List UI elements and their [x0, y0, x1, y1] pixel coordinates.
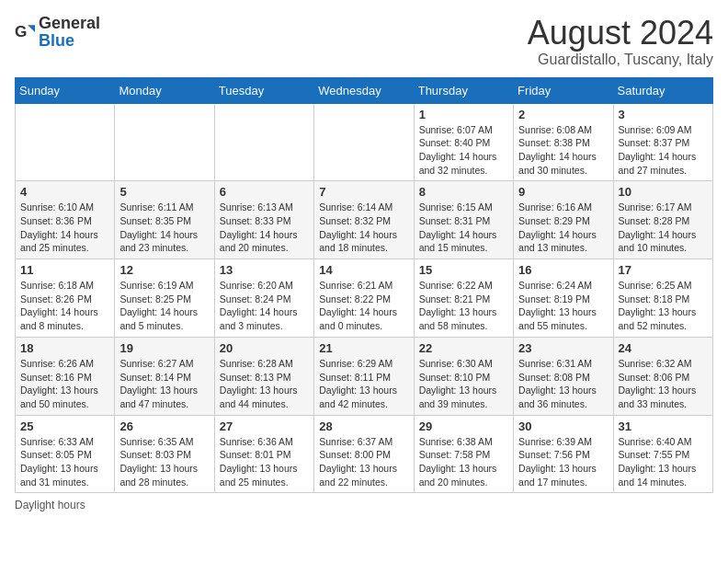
day-number: 13: [220, 263, 309, 277]
day-number: 26: [119, 419, 209, 433]
calendar-cell: 10Sunrise: 6:17 AMSunset: 8:28 PMDayligh…: [613, 181, 712, 259]
page-subtitle: Guardistallo, Tuscany, Italy: [528, 52, 713, 68]
calendar-header-row: SundayMondayTuesdayWednesdayThursdayFrid…: [16, 77, 713, 103]
calendar-cell: 2Sunrise: 6:08 AMSunset: 8:38 PMDaylight…: [514, 103, 613, 181]
calendar-cell: [115, 103, 214, 181]
day-number: 19: [119, 341, 209, 355]
day-number: 5: [119, 185, 209, 199]
calendar-cell: 29Sunrise: 6:38 AMSunset: 7:58 PMDayligh…: [414, 415, 513, 493]
calendar-cell: 27Sunrise: 6:36 AMSunset: 8:01 PMDayligh…: [214, 415, 313, 493]
day-number: 30: [518, 419, 608, 433]
day-info: Sunrise: 6:18 AMSunset: 8:26 PMDaylight:…: [20, 279, 109, 333]
svg-marker-1: [28, 25, 35, 32]
day-number: 1: [419, 108, 508, 121]
calendar-cell: 19Sunrise: 6:27 AMSunset: 8:14 PMDayligh…: [115, 337, 214, 415]
header-saturday: Saturday: [613, 77, 712, 103]
header-monday: Monday: [115, 77, 214, 103]
calendar-cell: 4Sunrise: 6:10 AMSunset: 8:36 PMDaylight…: [16, 181, 115, 259]
footer-note: Daylight hours: [15, 499, 713, 511]
day-info: Sunrise: 6:07 AMSunset: 8:40 PMDaylight:…: [419, 123, 508, 178]
calendar-cell: 3Sunrise: 6:09 AMSunset: 8:37 PMDaylight…: [613, 103, 712, 181]
calendar-cell: 21Sunrise: 6:29 AMSunset: 8:11 PMDayligh…: [314, 337, 414, 415]
day-number: 29: [419, 419, 508, 433]
header-thursday: Thursday: [414, 77, 513, 103]
calendar-cell: 5Sunrise: 6:11 AMSunset: 8:35 PMDaylight…: [115, 181, 214, 259]
calendar-cell: 31Sunrise: 6:40 AMSunset: 7:55 PMDayligh…: [613, 415, 712, 493]
day-number: 18: [20, 341, 109, 355]
day-info: Sunrise: 6:24 AMSunset: 8:19 PMDaylight:…: [518, 279, 608, 333]
header-sunday: Sunday: [16, 77, 115, 103]
calendar-cell: [16, 103, 115, 181]
day-number: 8: [419, 185, 508, 199]
calendar-cell: 17Sunrise: 6:25 AMSunset: 8:18 PMDayligh…: [613, 259, 712, 338]
calendar-cell: 15Sunrise: 6:22 AMSunset: 8:21 PMDayligh…: [414, 259, 513, 338]
day-info: Sunrise: 6:13 AMSunset: 8:33 PMDaylight:…: [220, 201, 309, 255]
calendar-cell: [214, 103, 313, 181]
day-info: Sunrise: 6:31 AMSunset: 8:08 PMDaylight:…: [518, 357, 608, 411]
day-info: Sunrise: 6:35 AMSunset: 8:03 PMDaylight:…: [119, 435, 209, 489]
day-number: 17: [619, 263, 708, 277]
day-info: Sunrise: 6:28 AMSunset: 8:13 PMDaylight:…: [220, 357, 309, 411]
day-info: Sunrise: 6:16 AMSunset: 8:29 PMDaylight:…: [518, 201, 608, 255]
week-row-5: 25Sunrise: 6:33 AMSunset: 8:05 PMDayligh…: [16, 415, 713, 493]
day-info: Sunrise: 6:17 AMSunset: 8:28 PMDaylight:…: [619, 201, 708, 255]
week-row-1: 1Sunrise: 6:07 AMSunset: 8:40 PMDaylight…: [16, 103, 713, 181]
calendar-cell: 8Sunrise: 6:15 AMSunset: 8:31 PMDaylight…: [414, 181, 513, 259]
day-info: Sunrise: 6:30 AMSunset: 8:10 PMDaylight:…: [419, 357, 508, 411]
day-info: Sunrise: 6:40 AMSunset: 7:55 PMDaylight:…: [619, 435, 708, 489]
day-info: Sunrise: 6:39 AMSunset: 7:56 PMDaylight:…: [518, 435, 608, 489]
logo: G General Blue: [15, 15, 100, 50]
day-info: Sunrise: 6:11 AMSunset: 8:35 PMDaylight:…: [119, 201, 209, 255]
calendar-cell: 9Sunrise: 6:16 AMSunset: 8:29 PMDaylight…: [514, 181, 613, 259]
day-info: Sunrise: 6:08 AMSunset: 8:38 PMDaylight:…: [518, 123, 608, 178]
day-info: Sunrise: 6:09 AMSunset: 8:37 PMDaylight:…: [619, 123, 708, 178]
calendar-cell: 25Sunrise: 6:33 AMSunset: 8:05 PMDayligh…: [16, 415, 115, 493]
day-number: 23: [518, 341, 608, 355]
calendar-cell: [314, 103, 414, 181]
calendar-cell: 14Sunrise: 6:21 AMSunset: 8:22 PMDayligh…: [314, 259, 414, 338]
day-number: 24: [619, 341, 708, 355]
day-info: Sunrise: 6:32 AMSunset: 8:06 PMDaylight:…: [619, 357, 708, 411]
day-number: 10: [619, 185, 708, 199]
day-info: Sunrise: 6:15 AMSunset: 8:31 PMDaylight:…: [419, 201, 508, 255]
day-info: Sunrise: 6:33 AMSunset: 8:05 PMDaylight:…: [20, 435, 109, 489]
day-number: 31: [619, 419, 708, 433]
day-info: Sunrise: 6:38 AMSunset: 7:58 PMDaylight:…: [419, 435, 508, 489]
day-info: Sunrise: 6:26 AMSunset: 8:16 PMDaylight:…: [20, 357, 109, 411]
day-number: 7: [319, 185, 408, 199]
day-info: Sunrise: 6:22 AMSunset: 8:21 PMDaylight:…: [419, 279, 508, 333]
calendar-cell: 24Sunrise: 6:32 AMSunset: 8:06 PMDayligh…: [613, 337, 712, 415]
calendar-cell: 11Sunrise: 6:18 AMSunset: 8:26 PMDayligh…: [16, 259, 115, 338]
logo-blue: Blue: [39, 31, 74, 50]
day-number: 4: [20, 185, 109, 199]
week-row-3: 11Sunrise: 6:18 AMSunset: 8:26 PMDayligh…: [16, 259, 713, 338]
day-number: 11: [20, 263, 109, 277]
calendar-cell: 13Sunrise: 6:20 AMSunset: 8:24 PMDayligh…: [214, 259, 313, 338]
header-wednesday: Wednesday: [314, 77, 414, 103]
day-number: 28: [319, 419, 408, 433]
calendar-cell: 26Sunrise: 6:35 AMSunset: 8:03 PMDayligh…: [115, 415, 214, 493]
title-area: August 2024 Guardistallo, Tuscany, Italy: [528, 15, 713, 68]
day-number: 25: [20, 419, 109, 433]
header-tuesday: Tuesday: [214, 77, 313, 103]
header: G General Blue August 2024 Guardistallo,…: [15, 15, 713, 68]
page-title: August 2024: [528, 15, 713, 52]
day-number: 16: [518, 263, 608, 277]
day-number: 27: [220, 419, 309, 433]
day-info: Sunrise: 6:19 AMSunset: 8:25 PMDaylight:…: [119, 279, 209, 333]
day-number: 15: [419, 263, 508, 277]
calendar-cell: 6Sunrise: 6:13 AMSunset: 8:33 PMDaylight…: [214, 181, 313, 259]
day-info: Sunrise: 6:20 AMSunset: 8:24 PMDaylight:…: [220, 279, 309, 333]
calendar-cell: 22Sunrise: 6:30 AMSunset: 8:10 PMDayligh…: [414, 337, 513, 415]
calendar-cell: 23Sunrise: 6:31 AMSunset: 8:08 PMDayligh…: [514, 337, 613, 415]
calendar-cell: 16Sunrise: 6:24 AMSunset: 8:19 PMDayligh…: [514, 259, 613, 338]
week-row-2: 4Sunrise: 6:10 AMSunset: 8:36 PMDaylight…: [16, 181, 713, 259]
day-info: Sunrise: 6:14 AMSunset: 8:32 PMDaylight:…: [319, 201, 408, 255]
calendar-table: SundayMondayTuesdayWednesdayThursdayFrid…: [15, 77, 713, 494]
day-number: 9: [518, 185, 608, 199]
day-info: Sunrise: 6:27 AMSunset: 8:14 PMDaylight:…: [119, 357, 209, 411]
day-number: 12: [119, 263, 209, 277]
day-info: Sunrise: 6:37 AMSunset: 8:00 PMDaylight:…: [319, 435, 408, 489]
calendar-cell: 7Sunrise: 6:14 AMSunset: 8:32 PMDaylight…: [314, 181, 414, 259]
day-info: Sunrise: 6:29 AMSunset: 8:11 PMDaylight:…: [319, 357, 408, 411]
